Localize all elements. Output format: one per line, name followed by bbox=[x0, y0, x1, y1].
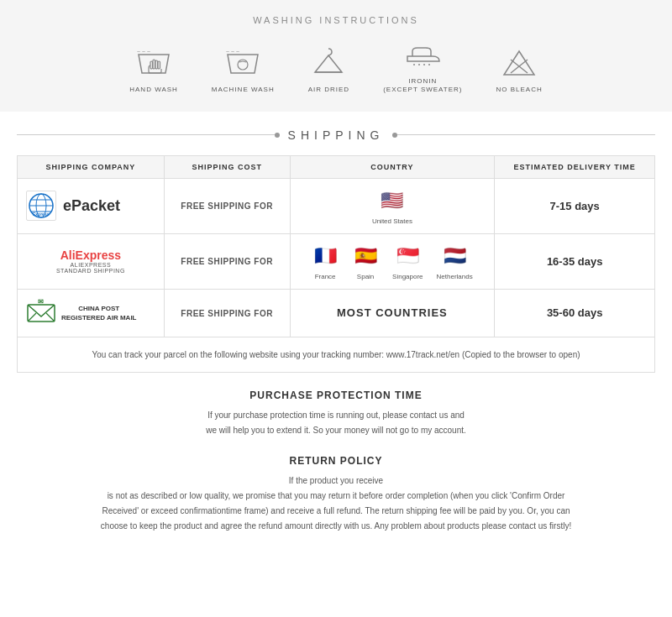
delivery-cell-chinapost: 35-60 days bbox=[495, 289, 655, 337]
washing-item-ironin: IRONIN(EXCEPT SWEATER) bbox=[383, 39, 462, 95]
flag-item-netherlands: 🇳🇱 Netherlands bbox=[437, 243, 473, 280]
return-policy-title: RETURN POLICY bbox=[17, 455, 655, 467]
flag-group-aliexpress: 🇫🇷 France 🇪🇸 Spain 🇸🇬 Singapore bbox=[299, 243, 486, 280]
cost-cell-aliexpress: FREE SHIPPING FOR bbox=[164, 233, 290, 289]
purchase-protection-text: If your purchase protection time is runn… bbox=[17, 408, 655, 438]
svg-rect-2 bbox=[155, 60, 158, 69]
flag-item-france: 🇫🇷 France bbox=[312, 243, 339, 280]
free-shipping-epacket: FREE SHIPPING FOR bbox=[181, 201, 273, 211]
china-post-icon: ✉ bbox=[26, 298, 56, 328]
flag-item-spain: 🇪🇸 Spain bbox=[352, 243, 379, 280]
washing-item-no-bleach: NO BLEACH bbox=[496, 47, 543, 94]
singapore-flag: 🇸🇬 bbox=[394, 243, 421, 269]
svg-text:✉: ✉ bbox=[38, 298, 44, 306]
svg-text:~ ~ ~: ~ ~ ~ bbox=[137, 49, 150, 55]
purchase-protection-section: PURCHASE PROTECTION TIME If your purchas… bbox=[0, 373, 672, 455]
svg-point-11 bbox=[428, 64, 430, 65]
return-policy-text: If the product you receive is not as des… bbox=[17, 473, 655, 534]
epacket-logo: Express ePacket bbox=[26, 191, 155, 221]
machine-wash-label: MACHINE WASH bbox=[212, 86, 275, 94]
country-cell-epacket: 🇺🇸 United States bbox=[290, 178, 495, 233]
washing-section: WASHING INSTRUCTIONS ~ ~ ~ bbox=[0, 0, 672, 112]
machine-wash-icon: ~ ~ ~ bbox=[223, 47, 263, 81]
epacket-icon: Express bbox=[26, 191, 56, 221]
ironin-label: IRONIN(EXCEPT SWEATER) bbox=[383, 77, 462, 95]
singapore-label: Singapore bbox=[392, 273, 423, 280]
france-flag: 🇫🇷 bbox=[312, 243, 339, 269]
cost-cell-chinapost: FREE SHIPPING FOR bbox=[164, 289, 290, 337]
air-dried-icon bbox=[308, 47, 349, 81]
hand-wash-label: HAND WASH bbox=[129, 86, 178, 94]
svg-rect-3 bbox=[158, 61, 160, 69]
svg-rect-0 bbox=[150, 61, 153, 69]
purchase-protection-title: PURCHASE PROTECTION TIME bbox=[17, 390, 655, 401]
epacket-name: ePacket bbox=[63, 197, 120, 215]
us-label: United States bbox=[372, 217, 412, 225]
free-shipping-chinapost: FREE SHIPPING FOR bbox=[181, 309, 273, 318]
china-post-logo: ✉ CHINA POSTREGISTERED AIR MAIL bbox=[26, 298, 155, 328]
shipping-header: SHIPPING bbox=[17, 128, 655, 142]
washing-title: WASHING INSTRUCTIONS bbox=[17, 15, 655, 25]
shipping-section: SHIPPING SHIPPING COMPANY SHIPPING COST … bbox=[0, 112, 672, 373]
svg-rect-20 bbox=[28, 305, 55, 322]
hand-wash-icon: ~ ~ ~ bbox=[134, 47, 174, 81]
svg-point-8 bbox=[413, 64, 415, 65]
cost-cell-epacket: FREE SHIPPING FOR bbox=[164, 178, 290, 233]
col-header-cost: SHIPPING COST bbox=[164, 155, 290, 178]
country-cell-aliexpress: 🇫🇷 France 🇪🇸 Spain 🇸🇬 Singapore bbox=[290, 233, 495, 289]
svg-point-10 bbox=[423, 64, 425, 65]
svg-rect-1 bbox=[153, 60, 155, 69]
table-row: Express ePacket FREE SHIPPING FOR 🇺🇸 Uni… bbox=[18, 178, 655, 233]
flag-item-us: 🇺🇸 United States bbox=[299, 187, 486, 225]
shipping-line-right bbox=[392, 134, 655, 135]
delivery-days-aliexpress: 16-35 days bbox=[547, 255, 603, 268]
svg-point-9 bbox=[418, 64, 420, 65]
tracking-note-text: You can track your parcel on the followi… bbox=[92, 350, 580, 359]
flag-item-singapore: 🇸🇬 Singapore bbox=[392, 243, 423, 280]
netherlands-flag: 🇳🇱 bbox=[441, 243, 468, 269]
table-row: ✉ CHINA POSTREGISTERED AIR MAIL FREE SHI… bbox=[18, 289, 655, 337]
col-header-company: SHIPPING COMPANY bbox=[18, 155, 165, 178]
col-header-delivery: ESTIMATED DELIVERY TIME bbox=[495, 155, 655, 178]
aliexpress-logo: AliExpress bbox=[26, 248, 155, 262]
return-policy-section: RETURN POLICY If the product you receive… bbox=[0, 455, 672, 551]
svg-line-22 bbox=[46, 313, 55, 322]
company-cell-epacket: Express ePacket bbox=[18, 178, 165, 233]
china-post-name: CHINA POSTREGISTERED AIR MAIL bbox=[61, 304, 136, 322]
tracking-note: You can track your parcel on the followi… bbox=[17, 337, 655, 373]
washing-item-hand-wash: ~ ~ ~ HAND WASH bbox=[129, 47, 178, 94]
svg-text:~ ~ ~: ~ ~ ~ bbox=[226, 49, 239, 55]
no-bleach-icon bbox=[499, 47, 539, 81]
no-bleach-label: NO BLEACH bbox=[496, 86, 543, 94]
country-cell-chinapost: MOST COUNTRIES bbox=[290, 289, 495, 337]
washing-icons: ~ ~ ~ HAND WASH ~ ~ ~ MACHINE WASH bbox=[17, 39, 655, 95]
svg-text:Express: Express bbox=[33, 212, 50, 217]
netherlands-label: Netherlands bbox=[437, 273, 473, 280]
most-countries-label: MOST COUNTRIES bbox=[337, 306, 448, 319]
company-cell-chinapost: ✉ CHINA POSTREGISTERED AIR MAIL bbox=[18, 289, 165, 337]
shipping-title: SHIPPING bbox=[288, 128, 385, 142]
france-label: France bbox=[315, 273, 336, 280]
washing-item-air-dried: AIR DRIED bbox=[308, 47, 349, 94]
delivery-days-chinapost: 35-60 days bbox=[547, 306, 603, 319]
delivery-cell-epacket: 7-15 days bbox=[495, 178, 655, 233]
air-dried-label: AIR DRIED bbox=[308, 86, 349, 94]
delivery-cell-aliexpress: 16-35 days bbox=[495, 233, 655, 289]
table-row: AliExpress ALIEXPRESSSTANDARD SHIPPING F… bbox=[18, 233, 655, 289]
ironin-icon bbox=[402, 39, 443, 72]
shipping-table: SHIPPING COMPANY SHIPPING COST COUNTRY E… bbox=[17, 155, 655, 337]
company-cell-aliexpress: AliExpress ALIEXPRESSSTANDARD SHIPPING bbox=[18, 233, 165, 289]
delivery-days-epacket: 7-15 days bbox=[550, 200, 600, 212]
free-shipping-aliexpress: FREE SHIPPING FOR bbox=[181, 257, 273, 266]
aliexpress-sub: ALIEXPRESSSTANDARD SHIPPING bbox=[26, 262, 155, 274]
shipping-line-left bbox=[17, 134, 280, 135]
spain-label: Spain bbox=[357, 273, 374, 280]
col-header-country: COUNTRY bbox=[290, 155, 495, 178]
us-flag: 🇺🇸 bbox=[379, 187, 406, 214]
svg-line-21 bbox=[28, 313, 36, 322]
spain-flag: 🇪🇸 bbox=[352, 243, 379, 269]
washing-item-machine-wash: ~ ~ ~ MACHINE WASH bbox=[212, 47, 275, 94]
